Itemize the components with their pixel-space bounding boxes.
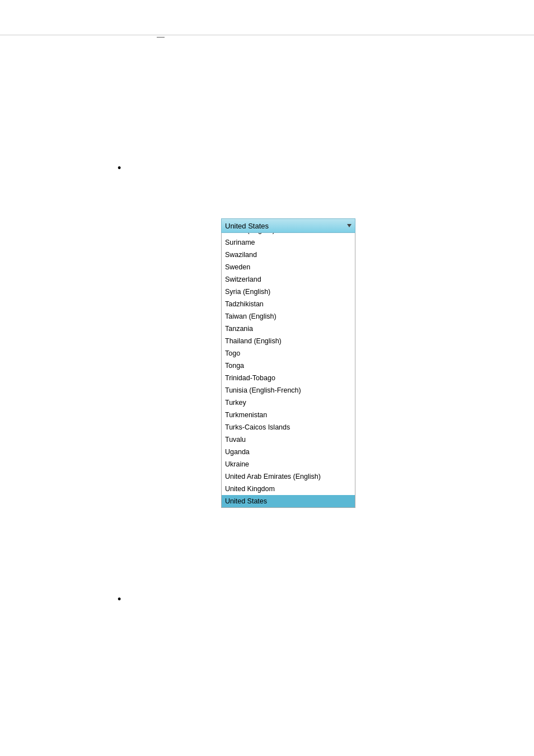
list-item[interactable]: Tonga bbox=[222, 360, 355, 372]
dropdown-arrow-icon bbox=[347, 224, 352, 227]
list-item[interactable]: Trinidad-Tobago bbox=[222, 372, 355, 384]
list-item[interactable]: Thailand (English) bbox=[222, 335, 355, 347]
list-item[interactable]: Tadzhikistan bbox=[222, 298, 355, 310]
list-item[interactable]: Turks-Caicos Islands bbox=[222, 421, 355, 433]
list-item[interactable]: Togo bbox=[222, 347, 355, 360]
list-item[interactable]: Turkey bbox=[222, 396, 355, 409]
list-item[interactable]: Uganda bbox=[222, 446, 355, 458]
top-divider bbox=[0, 35, 534, 35]
list-item[interactable]: Taiwan (English) bbox=[222, 310, 355, 323]
dropdown-list[interactable]: Somalia (English)South AfricaSouth Korea… bbox=[221, 233, 355, 508]
list-item[interactable]: Tunisia (English-French) bbox=[222, 384, 355, 396]
list-item[interactable]: United States bbox=[222, 495, 355, 507]
dropdown-list-inner[interactable]: Somalia (English)South AfricaSouth Korea… bbox=[222, 233, 355, 507]
list-item[interactable]: Switzerland bbox=[222, 273, 355, 286]
list-item[interactable]: Swaziland bbox=[222, 249, 355, 261]
list-item[interactable]: United Arab Emirates (English) bbox=[222, 470, 355, 483]
list-item[interactable]: Ukraine bbox=[222, 458, 355, 470]
list-item[interactable]: Tanzania bbox=[222, 323, 355, 335]
dash-line: — bbox=[157, 32, 165, 41]
list-item[interactable]: United Kingdom bbox=[222, 483, 355, 495]
dropdown-selected-value: United States bbox=[225, 222, 269, 230]
country-dropdown-container[interactable]: United States Somalia (English)South Afr… bbox=[221, 218, 355, 508]
list-item[interactable]: Turkmenistan bbox=[222, 409, 355, 421]
list-item[interactable]: Tuvalu bbox=[222, 433, 355, 446]
bullet-point-1: • bbox=[118, 162, 121, 174]
dropdown-header[interactable]: United States bbox=[221, 218, 355, 233]
list-item[interactable]: Sweden bbox=[222, 261, 355, 273]
list-item[interactable]: Syria (English) bbox=[222, 286, 355, 298]
list-item[interactable]: Suriname bbox=[222, 236, 355, 249]
bullet-point-2: • bbox=[118, 594, 121, 605]
